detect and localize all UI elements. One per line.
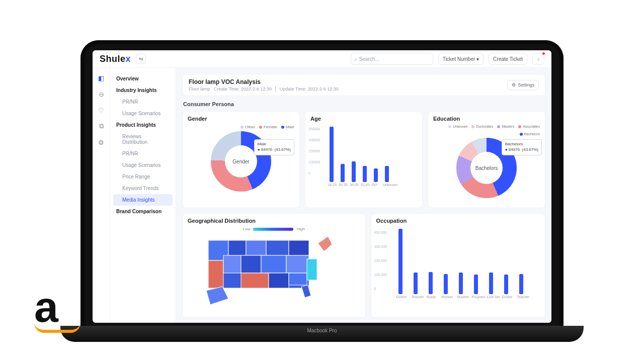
dashboard-icon[interactable]: ◧ [97, 74, 105, 82]
y-axis: 400,000300,000200,000100,0000 [374, 226, 387, 296]
legend: Other Female Male [188, 125, 294, 129]
card-title: Occupation [376, 218, 540, 224]
section-title: Consumer Persona [183, 101, 544, 107]
card-age: Age 2500002000001500001000000 18-25 [305, 111, 423, 208]
svg-marker-16 [301, 285, 311, 298]
svg-rect-13 [289, 273, 307, 285]
svg-rect-11 [241, 273, 269, 288]
search-input[interactable]: ⌕ Search... [351, 53, 433, 65]
card-title: Age [310, 116, 417, 122]
svg-rect-7 [223, 255, 241, 273]
card-title: Education [433, 116, 540, 122]
svg-marker-15 [318, 236, 332, 251]
globe-icon[interactable]: ⊖ [97, 90, 105, 98]
nav-rail: ◧ ⊖ ♡ ⧉ ⚙ [93, 68, 110, 323]
map-legend: LowHigh [188, 227, 360, 231]
card-title: Geographical Distribution [188, 218, 360, 224]
header: Shulex ⇆ ⌕ Search... Ticket Number ▾ Cre… [93, 50, 551, 68]
svg-rect-10 [286, 255, 309, 273]
card-education: Education Unknown Doctorates Masters Ass… [428, 111, 545, 208]
settings-button[interactable]: ⚙ Settings [507, 80, 539, 90]
svg-marker-17 [206, 287, 228, 305]
sidebar-item[interactable]: Usage Scenarios [113, 159, 173, 171]
svg-rect-9 [261, 255, 286, 273]
sidebar-item[interactable]: Usage Scenarios [113, 108, 173, 119]
us-map [193, 231, 354, 307]
svg-rect-8 [241, 255, 261, 273]
sidebar-overview[interactable]: Overview [110, 73, 176, 84]
sidebar-item[interactable]: Keyword Trends [113, 183, 173, 194]
sidebar-brand[interactable]: Brand Comparison [110, 206, 176, 217]
sidebar-item[interactable]: PR/NR [113, 96, 173, 108]
sidebar-industry[interactable]: Industry Insights [110, 84, 176, 96]
bell-icon[interactable]: ♪ [532, 53, 544, 65]
sidebar-item-media[interactable]: Media Insights [113, 194, 173, 206]
sidebar-item[interactable]: Reviews Distribution [113, 131, 173, 148]
page-subtitle: Floor lamp Create Time: 2022-2-6 12:30 │… [189, 86, 339, 92]
svg-rect-6 [208, 260, 223, 288]
sidebar-item[interactable]: PR/NR [113, 148, 173, 159]
x-axis: Doctor Teacher Nurse Worker Student Prog… [396, 294, 540, 299]
occupation-bars [396, 227, 540, 294]
x-axis: 18-25 26-35 36-50 51-65 66+ Unknown [328, 182, 417, 187]
amazon-logo: a [34, 292, 80, 333]
chevron-down-icon: ▾ [476, 56, 479, 62]
title-bar: Floor lamp VOC Analysis Floor lamp Creat… [182, 74, 545, 96]
sidebar-item[interactable]: Price Range [113, 171, 173, 183]
card-geo: Geographical Distribution LowHigh [182, 213, 366, 318]
card-title: Gender [188, 116, 294, 122]
settings-icon[interactable]: ⚙ [97, 138, 105, 146]
screen: Shulex ⇆ ⌕ Search... Ticket Number ▾ Cre… [93, 50, 551, 323]
tooltip: Bachelors ● 84976 (43.67%) [502, 139, 542, 155]
age-bars [328, 125, 417, 182]
page-title: Floor lamp VOC Analysis [189, 78, 339, 85]
svg-rect-12 [269, 273, 289, 288]
card-occupation: Occupation 400,000300,000200,000100,0000 [371, 213, 545, 318]
sidebar-product[interactable]: Product Insights [110, 119, 176, 131]
share-icon[interactable]: ⇆ [136, 54, 146, 64]
svg-rect-4 [266, 240, 289, 255]
svg-rect-5 [289, 240, 309, 255]
laptop-frame: Shulex ⇆ ⌕ Search... Ticket Number ▾ Cre… [80, 40, 564, 332]
ticket-filter[interactable]: Ticket Number ▾ [438, 53, 484, 65]
gear-icon: ⚙ [512, 82, 516, 87]
search-placeholder: Search... [359, 56, 379, 62]
shield-icon[interactable]: ♡ [97, 106, 105, 114]
sidebar: Overview Industry Insights PR/NR Usage S… [110, 68, 176, 323]
brand-logo[interactable]: Shulex [100, 54, 131, 64]
svg-rect-14 [307, 259, 317, 280]
svg-rect-2 [228, 240, 246, 255]
analytics-icon[interactable]: ⧉ [97, 122, 105, 130]
laptop-base: Macbook Pro [60, 326, 584, 342]
card-gender: Gender Other Female Male Gender Mal [182, 111, 300, 208]
search-icon: ⌕ [354, 56, 357, 62]
y-axis: 2500002000001500001000000 [308, 124, 320, 179]
legend: Unknown Doctorates Masters Associates Ba… [433, 125, 540, 136]
main: Floor lamp VOC Analysis Floor lamp Creat… [176, 68, 551, 323]
create-ticket-button[interactable]: Create Ticket [489, 53, 527, 65]
tooltip: Male ● 84976 (43.67%) [254, 139, 294, 155]
svg-rect-3 [246, 240, 266, 255]
